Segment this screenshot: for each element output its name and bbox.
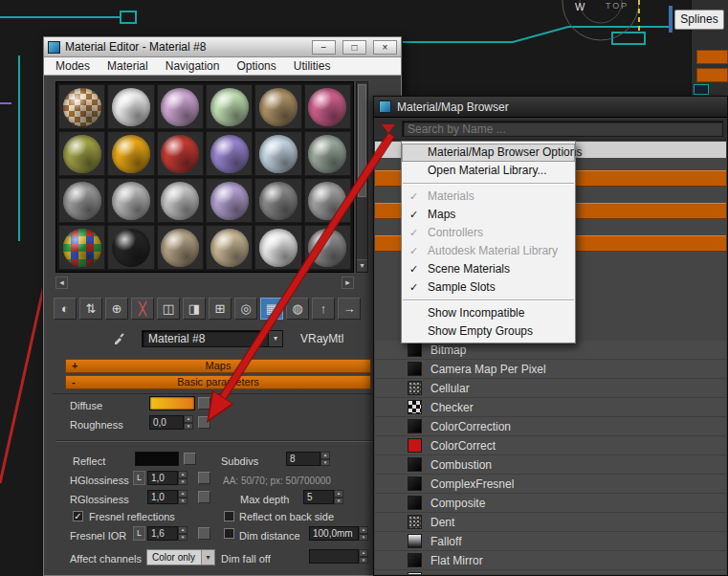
menu-item-controllers[interactable]: Controllers: [402, 224, 575, 242]
fresnel-reflections-checkbox[interactable]: [73, 511, 83, 521]
hglossiness-lock-button[interactable]: L: [133, 471, 145, 485]
dim-falloff-spinner[interactable]: [309, 549, 368, 564]
sample-slot-24[interactable]: [304, 225, 351, 270]
rollout-maps[interactable]: + Maps: [65, 359, 371, 373]
menu-item-scene-materials[interactable]: Scene Materials: [402, 260, 575, 278]
menu-item-material-map-browser-options[interactable]: Material/Map Browser Options: [402, 144, 575, 162]
map-item-gradient[interactable]: Gradient: [375, 570, 726, 574]
material-name-dropdown[interactable]: Material #8 ▾: [142, 330, 283, 347]
map-item-cellular[interactable]: Cellular: [375, 379, 726, 398]
menu-navigation[interactable]: Navigation: [165, 59, 220, 73]
sample-slot-1[interactable]: [58, 84, 105, 129]
dim-distance-spinner[interactable]: 100,0mm: [309, 526, 368, 541]
affect-channels-dropdown[interactable]: Color only ▾: [146, 549, 215, 565]
map-item-composite[interactable]: Composite: [375, 494, 726, 513]
map-item-camera-map-per-pixel[interactable]: Camera Map Per Pixel: [375, 360, 726, 379]
reset-map-button[interactable]: ╳: [131, 298, 154, 320]
roughness-spinner[interactable]: 0,0: [149, 415, 193, 430]
map-item-checker[interactable]: Checker: [375, 398, 726, 417]
diffuse-color-swatch[interactable]: [149, 396, 195, 410]
maximize-button[interactable]: □: [342, 40, 366, 55]
sample-slot-3[interactable]: [157, 84, 204, 129]
map-item-colorcorrection[interactable]: ColorCorrection: [375, 417, 726, 436]
put-material-to-scene-button[interactable]: ⇅: [79, 298, 102, 320]
browser-options-dropdown-icon[interactable]: [382, 124, 395, 133]
roughness-map-button[interactable]: [198, 416, 210, 429]
spinner-arrows[interactable]: [178, 471, 188, 485]
reflect-back-side-checkbox[interactable]: [224, 511, 234, 521]
rglossiness-spinner[interactable]: 1,0: [147, 490, 188, 504]
menu-material[interactable]: Material: [107, 59, 148, 73]
menu-item-maps[interactable]: Maps: [402, 206, 575, 224]
map-item-combustion[interactable]: Combustion: [375, 455, 726, 475]
menu-item-autodesk-material-library[interactable]: Autodesk Material Library: [402, 242, 575, 260]
menu-item-show-incompatible[interactable]: Show Incompatible: [402, 304, 575, 322]
menu-modes[interactable]: Modes: [55, 59, 90, 73]
menu-options[interactable]: Options: [236, 59, 276, 73]
spinner-arrows[interactable]: [334, 490, 343, 504]
map-item-complexfresnel[interactable]: ComplexFresnel: [375, 475, 726, 494]
map-item-colorcorrect[interactable]: ColorCorrect: [375, 436, 726, 455]
sample-slot-9[interactable]: [157, 131, 204, 176]
material-id-channel-button[interactable]: ◎: [234, 298, 257, 320]
fresnel-ior-spinner[interactable]: 1,6: [147, 526, 188, 541]
hglossiness-spinner[interactable]: 1,0: [147, 471, 188, 485]
material-editor-titlebar[interactable]: Material Editor - Material #8 − □ ×: [44, 37, 401, 57]
map-browser-titlebar[interactable]: Material/Map Browser: [374, 97, 727, 118]
material-type-button[interactable]: VRayMtl: [300, 332, 343, 345]
sample-slot-21[interactable]: [157, 225, 204, 270]
map-item-dent[interactable]: Dent: [375, 513, 726, 532]
subdivs-spinner[interactable]: 8: [286, 452, 330, 466]
sample-slot-12[interactable]: [304, 131, 351, 176]
menu-utilities[interactable]: Utilities: [294, 59, 331, 73]
go-forward-to-sibling-button[interactable]: →: [338, 298, 361, 320]
show-end-result-button[interactable]: ◍: [286, 298, 309, 320]
map-item-falloff[interactable]: Falloff: [375, 532, 726, 551]
get-material-button[interactable]: ◐: [54, 298, 77, 320]
max-depth-spinner[interactable]: 5: [303, 490, 343, 504]
spinner-arrows[interactable]: [178, 490, 188, 504]
sample-slot-14[interactable]: [107, 178, 154, 223]
close-button[interactable]: ×: [373, 40, 397, 55]
scroll-down-arrow-icon[interactable]: ▾: [357, 259, 367, 272]
scrollbar-thumb[interactable]: [358, 84, 366, 197]
menu-item-open-material-library[interactable]: Open Material Library...: [402, 162, 575, 180]
sample-slot-4[interactable]: [206, 84, 253, 129]
menu-item-show-empty-groups[interactable]: Show Empty Groups: [402, 322, 575, 341]
pick-material-eyedropper-icon[interactable]: [111, 331, 128, 346]
sample-slot-20[interactable]: [107, 225, 154, 270]
map-item-flat-mirror[interactable]: Flat Mirror: [375, 551, 726, 570]
search-input[interactable]: [402, 121, 723, 137]
sample-slot-19[interactable]: [58, 225, 105, 270]
sample-slot-6[interactable]: [304, 84, 351, 129]
sample-slot-2[interactable]: [107, 84, 154, 129]
sample-slot-11[interactable]: [254, 131, 301, 176]
sample-slot-5[interactable]: [254, 84, 301, 129]
rollout-basic-parameters[interactable]: - Basic parameters: [65, 375, 371, 389]
put-to-library-button[interactable]: ⊞: [209, 298, 232, 320]
splines-button[interactable]: Splines: [674, 10, 724, 30]
reflect-map-button[interactable]: [184, 453, 196, 465]
hglossiness-map-button[interactable]: [198, 472, 210, 484]
spinner-arrows[interactable]: [359, 526, 368, 541]
slot-scroll-right-arrow[interactable]: ▸: [342, 277, 354, 289]
reflect-color-swatch[interactable]: [135, 452, 179, 466]
sample-slot-15[interactable]: [157, 178, 204, 223]
sample-slot-16[interactable]: [206, 178, 253, 223]
dim-distance-checkbox[interactable]: [224, 528, 234, 539]
make-unique-button[interactable]: ◨: [183, 298, 206, 320]
minimize-button[interactable]: −: [312, 40, 336, 55]
fresnel-ior-map-button[interactable]: [198, 527, 210, 540]
sample-slot-8[interactable]: [107, 131, 154, 176]
menu-item-sample-slots[interactable]: Sample Slots: [402, 278, 575, 297]
sample-slot-23[interactable]: [254, 225, 301, 270]
sample-slot-17[interactable]: [254, 178, 301, 223]
map-item-bitmap[interactable]: Bitmap: [375, 341, 726, 360]
sample-slot-18[interactable]: [304, 178, 351, 223]
sample-slot-10[interactable]: [206, 131, 253, 176]
make-material-copy-button[interactable]: ◫: [157, 298, 180, 320]
go-to-parent-button[interactable]: ↑: [312, 298, 335, 320]
slot-scroll-left-arrow[interactable]: ◂: [55, 277, 68, 289]
menu-item-materials[interactable]: Materials: [402, 188, 575, 206]
rglossiness-map-button[interactable]: [198, 491, 210, 503]
